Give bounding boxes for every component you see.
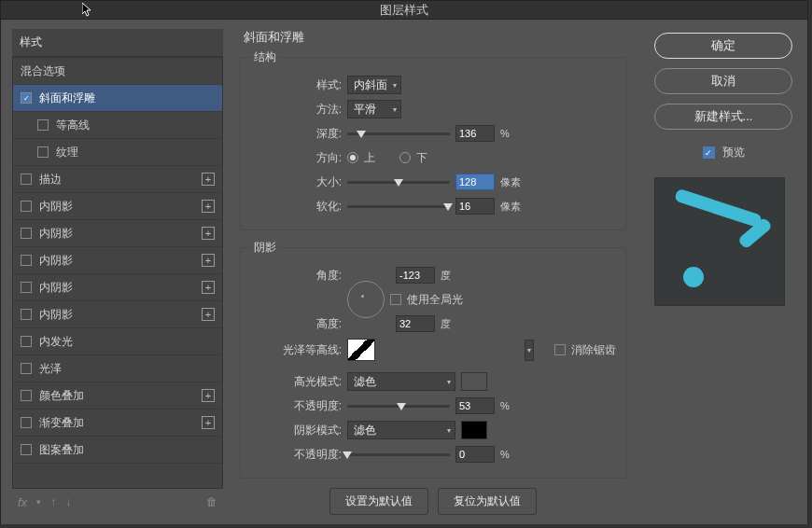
- checkbox-icon[interactable]: ✓: [21, 92, 32, 104]
- preview-checkbox[interactable]: ✓: [703, 146, 715, 159]
- altitude-input[interactable]: [396, 315, 435, 332]
- checkbox-icon[interactable]: [21, 444, 32, 455]
- dialog-title: 图层样式: [1, 1, 807, 20]
- gloss-label: 光泽等高线:: [250, 342, 342, 358]
- sidebar-footer: fx ▾ ↑ ↓ 🗑: [12, 489, 223, 515]
- style-item-contour[interactable]: 等高线: [13, 112, 222, 139]
- antialias-checkbox[interactable]: [554, 344, 566, 355]
- checkbox-icon[interactable]: [21, 228, 32, 239]
- highlight-color-swatch[interactable]: [461, 372, 487, 391]
- soften-slider[interactable]: [347, 201, 450, 212]
- chevron-down-icon: ▾: [447, 378, 451, 386]
- size-slider[interactable]: [347, 176, 450, 188]
- global-light-checkbox[interactable]: [390, 294, 401, 305]
- style-item-stroke[interactable]: 描边 +: [13, 166, 222, 193]
- method-select[interactable]: 平滑 ▾: [347, 100, 401, 118]
- shadow-opacity-input[interactable]: [455, 446, 495, 463]
- checkbox-icon[interactable]: [21, 174, 32, 185]
- checkbox-icon[interactable]: [21, 390, 32, 401]
- checkbox-icon[interactable]: [21, 417, 32, 428]
- direction-down-label: 下: [416, 150, 427, 166]
- checkbox-icon[interactable]: [21, 336, 32, 347]
- shadow-mode-select[interactable]: 滤色 ▾: [347, 421, 455, 439]
- highlight-opacity-input[interactable]: [455, 397, 495, 414]
- checkbox-icon[interactable]: [21, 201, 32, 212]
- checkbox-icon[interactable]: [37, 119, 49, 131]
- fx-menu-icon[interactable]: fx: [18, 495, 27, 509]
- preview-thumbnail: [654, 177, 785, 306]
- shadow-mode-label: 阴影模式:: [250, 423, 342, 438]
- layer-style-dialog: 图层样式 样式 混合选项 ✓ 斜面和浮雕 等高线 纹理: [0, 0, 808, 524]
- styles-list: 混合选项 ✓ 斜面和浮雕 等高线 纹理 描边 +: [12, 57, 223, 489]
- size-input[interactable]: [455, 174, 495, 190]
- checkbox-icon[interactable]: [21, 309, 32, 320]
- add-icon[interactable]: +: [202, 308, 215, 321]
- style-label: 样式:: [250, 77, 342, 93]
- style-item-inner-shadow-2[interactable]: 内阴影 +: [13, 220, 222, 247]
- add-icon[interactable]: +: [202, 416, 215, 429]
- highlight-opacity-slider[interactable]: [347, 400, 450, 411]
- altitude-unit: 度: [441, 317, 451, 331]
- add-icon[interactable]: +: [202, 254, 215, 267]
- angle-input[interactable]: [396, 267, 435, 284]
- arrow-down-icon[interactable]: ↓: [65, 495, 71, 508]
- reset-default-button[interactable]: 复位为默认值: [438, 488, 537, 515]
- style-item-gradient-overlay[interactable]: 渐变叠加 +: [13, 410, 222, 437]
- shadow-opacity-unit: %: [500, 449, 510, 460]
- shadow-opacity-slider[interactable]: [347, 449, 450, 460]
- styles-header: 样式: [12, 29, 223, 57]
- new-style-button[interactable]: 新建样式...: [654, 104, 792, 130]
- style-item-texture[interactable]: 纹理: [13, 139, 222, 166]
- section-title: 斜面和浮雕: [240, 29, 626, 46]
- style-item-pattern-overlay[interactable]: 图案叠加: [13, 437, 222, 464]
- blending-options-item[interactable]: 混合选项: [13, 58, 222, 85]
- style-select[interactable]: 内斜面 ▾: [347, 76, 401, 94]
- checkbox-icon[interactable]: [37, 146, 49, 158]
- structure-group: 结构 样式: 内斜面 ▾ 方法: 平滑 ▾ 深度:: [240, 49, 626, 230]
- style-item-bevel[interactable]: ✓ 斜面和浮雕: [13, 85, 222, 112]
- style-item-inner-glow[interactable]: 内发光: [13, 328, 222, 355]
- gloss-contour-picker[interactable]: [347, 339, 375, 361]
- add-icon[interactable]: +: [202, 389, 215, 402]
- depth-input[interactable]: [455, 125, 495, 142]
- arrow-up-icon[interactable]: ↑: [50, 495, 56, 508]
- direction-down-radio[interactable]: [399, 152, 411, 163]
- shading-group: 阴影 角度: 度 使用全局光 高度: 度: [240, 240, 626, 479]
- add-icon[interactable]: +: [202, 173, 215, 186]
- main-panel: 斜面和浮雕 结构 样式: 内斜面 ▾ 方法: 平滑 ▾: [234, 20, 639, 524]
- style-item-inner-shadow-4[interactable]: 内阴影 +: [13, 274, 222, 301]
- angle-dial[interactable]: [347, 281, 385, 318]
- checkbox-icon[interactable]: [21, 363, 32, 374]
- global-light-label: 使用全局光: [407, 292, 463, 308]
- angle-unit: 度: [441, 269, 451, 283]
- depth-unit: %: [500, 128, 510, 139]
- depth-label: 深度:: [250, 126, 342, 142]
- soften-input[interactable]: [455, 198, 495, 215]
- soften-label: 软化:: [250, 199, 342, 215]
- shading-legend: 阴影: [250, 240, 280, 256]
- styles-sidebar: 样式 混合选项 ✓ 斜面和浮雕 等高线 纹理: [1, 20, 234, 524]
- checkbox-icon[interactable]: [21, 282, 32, 293]
- direction-up-radio[interactable]: [347, 152, 358, 163]
- chevron-down-icon: ▾: [393, 81, 397, 90]
- style-item-inner-shadow-5[interactable]: 内阴影 +: [13, 301, 222, 328]
- checkbox-icon[interactable]: [21, 255, 32, 266]
- highlight-mode-select[interactable]: 滤色 ▾: [347, 372, 455, 391]
- chevron-down-icon[interactable]: ▾: [525, 340, 534, 361]
- add-icon[interactable]: +: [202, 200, 215, 213]
- style-item-satin[interactable]: 光泽: [13, 355, 222, 382]
- angle-label: 角度:: [250, 268, 342, 284]
- shadow-color-swatch[interactable]: [461, 421, 487, 439]
- add-icon[interactable]: +: [202, 227, 215, 240]
- cancel-button[interactable]: 取消: [654, 68, 792, 94]
- style-item-inner-shadow-3[interactable]: 内阴影 +: [13, 247, 222, 274]
- trash-icon[interactable]: 🗑: [206, 495, 217, 508]
- ok-button[interactable]: 确定: [654, 33, 792, 59]
- add-icon[interactable]: +: [202, 281, 215, 294]
- style-item-inner-shadow-1[interactable]: 内阴影 +: [13, 193, 222, 220]
- style-item-color-overlay[interactable]: 颜色叠加 +: [13, 382, 222, 410]
- preview-label: 预览: [722, 145, 745, 160]
- shadow-opacity-label: 不透明度:: [250, 447, 342, 463]
- depth-slider[interactable]: [347, 128, 450, 139]
- make-default-button[interactable]: 设置为默认值: [329, 488, 428, 515]
